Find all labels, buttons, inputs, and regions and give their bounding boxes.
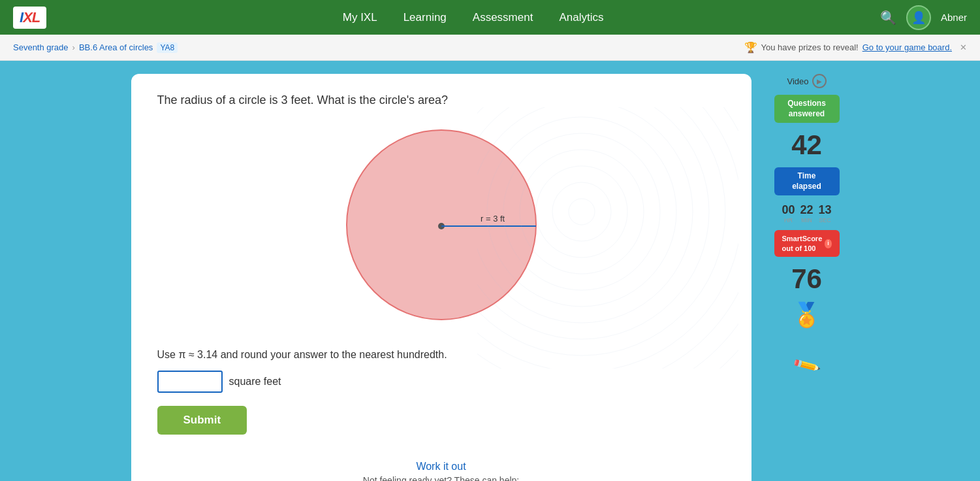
breadcrumb-separator: › (72, 42, 75, 52)
breadcrumb-code: YA8 (157, 42, 178, 53)
user-avatar-button[interactable]: 👤 (906, 5, 931, 30)
svg-point-5 (487, 117, 676, 307)
ixl-logo[interactable]: IXL (13, 7, 46, 29)
nav-learning[interactable]: Learning (403, 11, 447, 24)
nav-analytics[interactable]: Analytics (559, 11, 603, 24)
svg-point-10 (477, 107, 738, 369)
answer-input[interactable] (157, 371, 223, 393)
not-ready-text: Not feeling ready yet? These can help: (157, 475, 725, 481)
ripple-background: .ripple { fill: none; stroke: #b0c4de; s… (477, 107, 738, 369)
smart-score-button[interactable]: SmartScore out of 100 i (774, 230, 840, 257)
breadcrumb-grade[interactable]: Seventh grade (13, 42, 69, 52)
time-elapsed-button[interactable]: Time elapsed (774, 167, 840, 195)
prize-link[interactable]: Go to your game board. (862, 42, 952, 52)
breadcrumb: Seventh grade › BB.6 Area of circles YA8 (13, 42, 178, 53)
svg-point-11 (477, 107, 738, 369)
svg-point-3 (520, 150, 644, 274)
user-name-label: Abner (941, 12, 967, 23)
svg-point-8 (477, 107, 725, 356)
pencil-icon[interactable]: ✏️ (791, 350, 822, 380)
video-label: Video (787, 76, 808, 86)
svg-point-0 (569, 199, 595, 225)
main-content: The radius of a circle is 3 feet. What i… (0, 61, 980, 481)
svg-point-12 (477, 107, 738, 369)
svg-point-6 (477, 107, 693, 323)
submit-button[interactable]: Submit (157, 406, 247, 435)
question-text: The radius of a circle is 3 feet. What i… (157, 93, 725, 107)
nav-right: 🔍 👤 Abner (880, 5, 967, 30)
work-it-out-link[interactable]: Work it out (157, 461, 725, 473)
smart-score-label: SmartScore out of 100 (782, 234, 823, 253)
video-play-button[interactable]: ▶ (812, 74, 827, 88)
questions-count: 42 (791, 129, 822, 161)
prize-banner: 🏆 You have prizes to reveal! Go to your … (744, 41, 967, 54)
breadcrumb-topic[interactable]: BB.6 Area of circles (79, 42, 153, 52)
work-it-out-section: Work it out Not feeling ready yet? These… (157, 461, 725, 481)
info-icon: i (825, 239, 831, 248)
svg-point-4 (503, 133, 660, 290)
answer-row: square feet (157, 371, 725, 393)
svg-point-2 (536, 166, 627, 257)
svg-point-1 (552, 182, 611, 241)
top-navigation: IXL My IXL Learning Assessment Analytics… (0, 0, 980, 35)
svg-point-14 (477, 107, 738, 369)
prize-text: You have prizes to reveal! (761, 42, 859, 52)
pencil-section: ✏️ (795, 355, 818, 376)
user-icon: 👤 (911, 10, 926, 25)
search-icon[interactable]: 🔍 (880, 10, 896, 25)
answer-unit-label: square feet (229, 376, 281, 388)
sidebar: Video ▶ Questions answered 42 Time elaps… (765, 74, 849, 481)
svg-point-13 (477, 107, 738, 369)
time-elapsed-label: Time elapsed (792, 171, 821, 191)
nav-assessment[interactable]: Assessment (473, 11, 533, 24)
timer-minutes: 22 MIN (800, 203, 813, 224)
circle-diagram: .ripple { fill: none; stroke: #b0c4de; s… (157, 120, 725, 329)
nav-links: My IXL Learning Assessment Analytics (66, 11, 880, 24)
svg-point-9 (477, 107, 738, 369)
timer-hours: 00 HR (782, 203, 795, 224)
nav-my-ixl[interactable]: My IXL (343, 11, 377, 24)
trophy-icon: 🏆 (744, 41, 757, 54)
video-section: Video ▶ (787, 74, 826, 88)
medal-icon: 🏅 (792, 301, 821, 329)
question-card: The radius of a circle is 3 feet. What i… (131, 74, 751, 481)
svg-point-7 (477, 107, 709, 339)
prize-close-button[interactable]: ✕ (960, 42, 967, 52)
questions-answered-button[interactable]: Questions answered (774, 95, 840, 123)
questions-answered-label: Questions answered (787, 99, 826, 118)
timer-seconds: 13 SEC (819, 203, 832, 224)
smart-score-number: 76 (791, 263, 822, 295)
breadcrumb-bar: Seventh grade › BB.6 Area of circles YA8… (0, 35, 980, 61)
timer-display: 00 HR 22 MIN 13 SEC (782, 203, 831, 224)
